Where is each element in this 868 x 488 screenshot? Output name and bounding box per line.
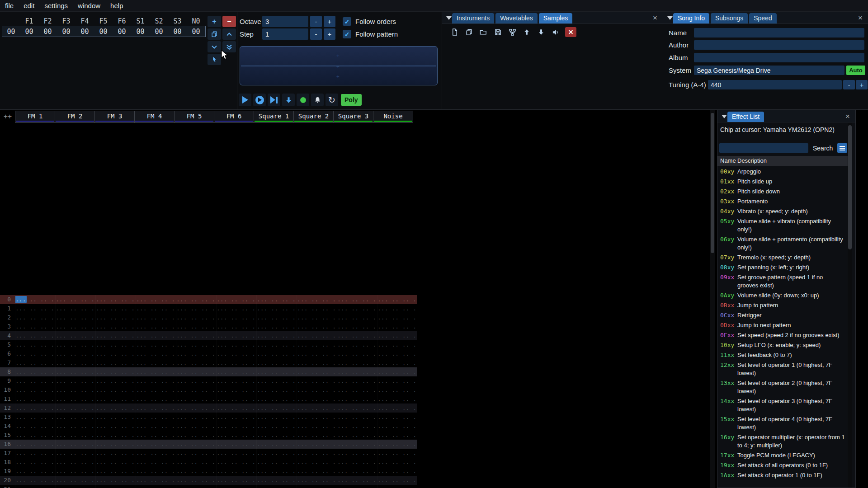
pattern-cell[interactable]: ... .. .. .. (297, 331, 337, 340)
pattern-cell[interactable]: ... .. .. .. (297, 404, 337, 413)
pattern-cell[interactable]: ... .. .. .. (256, 431, 297, 440)
pattern-cell[interactable]: ... .. .. .. (216, 413, 256, 422)
order-cell[interactable]: 00 (57, 28, 75, 36)
effect-list-item[interactable]: 06xyVolume slide + portamento (compatibi… (717, 235, 848, 253)
menu-item-edit[interactable]: edit (19, 0, 39, 12)
pattern-cell[interactable]: ... .. .. .. (176, 485, 216, 488)
pattern-cell[interactable]: ... .. .. .. (256, 404, 297, 413)
pattern-cell[interactable]: ... .. .. .. (297, 304, 337, 313)
pattern-cell[interactable]: ... .. .. .. (136, 313, 176, 322)
pattern-cell[interactable]: ... .. .. .. (136, 467, 176, 476)
name-input[interactable] (694, 28, 864, 38)
pattern-cell[interactable]: ... .. .. .. (176, 476, 216, 485)
pattern-cell[interactable]: ... .. .. .. (377, 394, 417, 404)
tab-samples[interactable]: Samples (539, 13, 572, 23)
pattern-cell[interactable]: ... .. .. .. (297, 340, 337, 349)
pattern-cell[interactable]: ... .. .. .. (337, 440, 377, 449)
effect-list-item[interactable]: 0CxxRetrigger (717, 310, 848, 320)
pattern-cell[interactable]: ... .. .. .. (95, 358, 136, 367)
pattern-cell[interactable]: ... .. .. .. (55, 394, 95, 404)
effect-menu-button[interactable] (837, 143, 847, 153)
order-cell[interactable]: 00 (113, 28, 131, 36)
pattern-cell[interactable]: ... .. .. .. (176, 385, 216, 394)
pattern-cell[interactable]: ... .. .. .. (256, 467, 297, 476)
pattern-cell[interactable]: ... .. .. .. (136, 476, 176, 485)
pattern-cell[interactable]: ... .. .. .. (95, 331, 136, 340)
pattern-cell[interactable]: ... .. .. .. (377, 313, 417, 322)
pattern-cell[interactable]: ... .. .. .. (256, 295, 297, 304)
play-pattern-button[interactable] (253, 94, 266, 106)
pattern-cell[interactable]: ... .. .. .. (256, 476, 297, 485)
pattern-cell[interactable]: ... .. .. .. (176, 313, 216, 322)
pattern-cell[interactable]: ... .. .. .. (377, 367, 417, 376)
pattern-cell[interactable]: ... .. .. .. (176, 358, 216, 367)
pattern-cell[interactable]: ... .. .. .. (216, 458, 256, 467)
order-down-button[interactable] (208, 41, 221, 52)
pattern-cell[interactable]: ... .. .. .. (15, 295, 55, 304)
pattern-cell[interactable]: ... .. .. .. (216, 449, 256, 458)
pattern-cell[interactable]: ... .. .. .. (95, 322, 136, 331)
pattern-cell[interactable]: ... .. .. .. (377, 295, 417, 304)
effect-list-item[interactable]: 0DxxJump to next pattern (717, 320, 848, 330)
close-song-info-button[interactable]: × (858, 14, 863, 23)
pattern-cell[interactable]: ... .. .. .. (377, 349, 417, 358)
pattern-cell[interactable]: ... .. .. .. (377, 322, 417, 331)
pattern-cell[interactable]: ... .. .. .. (176, 394, 216, 404)
octave-input[interactable] (262, 16, 308, 27)
effect-list-item[interactable]: 05xyVolume slide + vibrato (compatibilit… (717, 216, 848, 235)
pattern-cell[interactable]: ... .. .. .. (337, 322, 377, 331)
pattern-cell[interactable]: ... .. .. .. (377, 376, 417, 385)
effect-list-item[interactable]: 16xySet operator multiplier (x: operator… (717, 432, 848, 450)
pattern-cell[interactable]: ... .. .. .. (297, 295, 337, 304)
pattern-cell[interactable]: ... .. .. .. (95, 376, 136, 385)
pattern-cell[interactable]: ... .. .. .. (95, 349, 136, 358)
pattern-cell[interactable]: ... .. .. .. (216, 295, 256, 304)
move-up-button[interactable] (522, 27, 532, 38)
channel-header-square-3[interactable]: Square 3 (333, 111, 373, 123)
pattern-cell[interactable]: ... .. .. .. (95, 385, 136, 394)
pattern-cell[interactable]: ... .. .. .. (337, 449, 377, 458)
pattern-cell[interactable]: ... .. .. .. (297, 458, 337, 467)
pattern-cell[interactable]: ... .. .. .. (297, 485, 337, 488)
pattern-cell[interactable]: ... .. .. .. (95, 431, 136, 440)
close-instruments-button[interactable]: × (653, 14, 657, 23)
pattern-cell[interactable]: ... .. .. .. (95, 422, 136, 431)
channel-header-fm-5[interactable]: FM 5 (174, 111, 214, 123)
pattern-cell[interactable]: ... .. .. .. (136, 376, 176, 385)
new-instrument-button[interactable] (449, 27, 459, 38)
step-one-row-button[interactable] (282, 94, 295, 106)
pattern-cell[interactable]: ... .. .. .. (136, 349, 176, 358)
pattern-cell[interactable]: ... .. .. .. (136, 404, 176, 413)
pattern-cell[interactable]: ... .. .. .. (136, 340, 176, 349)
order-cell[interactable]: 00 (94, 28, 113, 36)
pattern-cell[interactable]: ... .. .. .. (216, 322, 256, 331)
auto-button[interactable]: Auto (846, 66, 865, 75)
pattern-cell[interactable]: ... .. .. .. (337, 394, 377, 404)
channel-header-noise[interactable]: Noise (373, 111, 413, 123)
pattern-cell[interactable]: ... .. .. .. (297, 313, 337, 322)
pattern-cell[interactable]: ... .. .. .. (95, 485, 136, 488)
pattern-cell[interactable]: ... .. .. .. (337, 422, 377, 431)
pattern-cell[interactable]: ... .. .. .. (297, 349, 337, 358)
pattern-scrollbar-thumb[interactable] (711, 113, 714, 253)
toggle-folders-button[interactable] (507, 27, 517, 38)
pattern-cell[interactable]: ... .. .. .. (55, 340, 95, 349)
pattern-cell[interactable]: ... .. .. .. (95, 404, 136, 413)
preview-button[interactable] (551, 27, 561, 38)
pattern-cell[interactable]: ... .. .. .. (15, 313, 55, 322)
pattern-cell[interactable]: ... .. .. .. (136, 385, 176, 394)
collapse-icon[interactable] (722, 115, 727, 118)
pattern-cell[interactable]: ... .. .. .. (297, 376, 337, 385)
pattern-cell[interactable]: ... .. .. .. (377, 440, 417, 449)
pattern-cell[interactable]: ... .. .. .. (297, 385, 337, 394)
pattern-cell[interactable]: ... .. .. .. (377, 449, 417, 458)
collapse-icon[interactable] (446, 16, 452, 20)
pattern-cell[interactable]: ... .. .. .. (95, 313, 136, 322)
tab-wavetables[interactable]: Wavetables (495, 13, 538, 23)
pattern-cell[interactable]: ... .. .. .. (15, 422, 55, 431)
pattern-cell[interactable]: ... .. .. .. (176, 449, 216, 458)
pattern-cell[interactable]: ... .. .. .. (337, 431, 377, 440)
poly-button[interactable]: Poly (341, 94, 362, 106)
effect-list-item[interactable]: 0FxxSet speed (speed 2 if no grooves exi… (717, 330, 848, 340)
pattern-cell[interactable]: ... .. .. .. (256, 322, 297, 331)
